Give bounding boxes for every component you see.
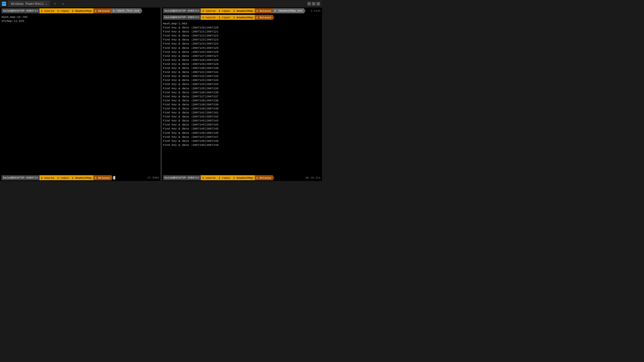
right-second-user: balab@DESKTOP-9SB972J <box>163 15 203 20</box>
add-tab-button[interactable]: ＋ <box>52 2 58 6</box>
tab-close-button[interactable]: ✕ <box>45 3 47 6</box>
right-line-23: Find key & data :2097142|2097142 <box>163 115 321 119</box>
right-bottom-prompt: balab@DESKTOP-9SB972J ❯ source ❯ repos ❯… <box>162 174 322 181</box>
right-terminal-output: Hash_map:1.063 Find key & data :2097120|… <box>162 21 322 148</box>
right-line-12: Find key & data :2097131|2097131 <box>163 70 321 74</box>
right-line-10: Find key & data :2097129|2097129 <box>163 62 321 66</box>
right-line-17: Find key & data :2097136|2097136 <box>163 90 321 95</box>
left-top-user: balab@DESKTOP-9SB972J <box>2 8 41 13</box>
left-timer: 27.599s <box>147 176 159 179</box>
right-line-9: Find key & data :2097128|2097128 <box>163 58 321 62</box>
right-line-26: Find key & data :2097145|2097145 <box>163 127 321 131</box>
right-line-30: Find key & data :2097149|2097149 <box>163 143 321 147</box>
powershell-window: PS Windows PowerShell ✕ ＋ ▾ ─ □ ✕ balab@… <box>0 0 322 181</box>
right-line-0: Hash_map:1.063 <box>163 22 321 26</box>
right-bottom-seg1: ❯ source <box>201 175 219 180</box>
right-top-command: 6.\NewHashMap.exe <box>273 8 305 13</box>
app-icon: PS <box>2 2 6 6</box>
right-top-seg2: ❯ repos <box>217 8 233 13</box>
dropdown-button[interactable]: ▾ <box>60 2 65 6</box>
right-line-22: Find key & data :2097141|2097141 <box>163 111 321 115</box>
left-bottom-prompt: balab@DESKTOP-9SB972J ❯ source ❯ repos ❯… <box>0 174 161 181</box>
left-output: Hash_map:15.765 STLMap:11.625 <box>0 14 161 174</box>
right-line-25: Find key & data :2097144|2097144 <box>163 123 321 127</box>
right-line-16: Find key & data :2097135|2097135 <box>163 86 321 90</box>
right-top-seg1: ❯ source <box>201 8 219 13</box>
left-bottom-seg1: ❯ source <box>39 175 57 180</box>
title-bar: PS Windows PowerShell ✕ ＋ ▾ ─ □ ✕ <box>0 0 322 8</box>
close-button[interactable]: ✕ <box>316 2 320 6</box>
right-line-28: Find key & data :2097147|2097147 <box>163 135 321 139</box>
right-line-11: Find key & data :2097130|2097130 <box>163 66 321 70</box>
terminal-panes: balab@DESKTOP-9SB972J ❯ source ❯ repos ❯… <box>0 8 322 181</box>
tab-label: Windows PowerShell <box>11 2 44 6</box>
right-bottom-user: balab@DESKTOP-9SB972J <box>163 175 203 180</box>
left-top-prompt: balab@DESKTOP-9SB972J ❯ source ❯ repos ❯… <box>0 8 161 14</box>
minimize-button[interactable]: ─ <box>307 2 311 6</box>
right-top-timer: 1.113s <box>310 9 320 12</box>
right-line-20: Find key & data :2097139|2097139 <box>163 103 321 107</box>
right-pane: balab@DESKTOP-9SB972J ❯ source ❯ repos ❯… <box>162 8 322 181</box>
right-line-4: Find key & data :2097123|2097123 <box>163 38 321 42</box>
right-second-seg4: ❯ Release <box>255 15 274 20</box>
right-line-2: Find key & data :2097121|2097121 <box>163 30 321 34</box>
right-line-15: Find key & data :2097134|2097134 <box>163 82 321 86</box>
left-pane: balab@DESKTOP-9SB972J ❯ source ❯ repos ❯… <box>0 8 161 181</box>
right-line-7: Find key & data :2097126|2097126 <box>163 50 321 54</box>
right-second-seg3: ❯ NewHashMap <box>232 15 256 20</box>
left-top-seg3: ❯ NewHashMap <box>70 8 95 13</box>
right-line-18: Find key & data :2097137|2097137 <box>163 95 321 99</box>
left-top-command: 6.\Hash_Test.exe <box>111 8 142 13</box>
maximize-button[interactable]: □ <box>312 2 315 6</box>
right-bottom-timer: 6m 16.11s <box>306 176 320 179</box>
right-second-prompt: balab@DESKTOP-9SB972J ❯ source ❯ repos ❯… <box>162 14 322 21</box>
right-line-14: Find key & data :2097133|2097133 <box>163 78 321 82</box>
right-line-13: Find key & data :2097132|2097132 <box>163 74 321 78</box>
right-line-1: Find key & data :2097120|2097120 <box>163 26 321 30</box>
left-top-seg1: ❯ source <box>39 8 57 13</box>
right-top-seg3: ❯ NewHashMap <box>232 8 256 13</box>
left-top-seg4: ❯ Release <box>93 8 113 13</box>
right-line-29: Find key & data :2097148|2097148 <box>163 139 321 143</box>
right-line-8: Find key & data :2097127|2097127 <box>163 54 321 58</box>
left-bottom-seg4: ❯ Release <box>93 175 113 180</box>
output-line-2: STLMap:11.625 <box>2 19 159 23</box>
right-second-seg2: ❯ repos <box>217 15 233 20</box>
right-line-3: Find key & data :2097122|2097122 <box>163 34 321 38</box>
right-bottom-seg4: ❯ Release <box>255 175 274 180</box>
output-line-1: Hash_map:15.765 <box>2 15 159 19</box>
right-line-19: Find key & data :2097138|2097138 <box>163 99 321 103</box>
right-bottom-seg3: ❯ NewHashMap <box>232 175 256 180</box>
right-top-user: balab@DESKTOP-9SB972J <box>163 8 203 13</box>
right-top-seg4: ❯ Release <box>255 8 274 13</box>
left-bottom-seg2: ❯ repos <box>56 175 72 180</box>
left-cursor <box>113 176 115 179</box>
left-top-seg2: ❯ repos <box>56 8 72 13</box>
right-output[interactable]: Hash_map:1.063 Find key & data :2097120|… <box>162 21 322 174</box>
right-line-6: Find key & data :2097125|2097125 <box>163 46 321 50</box>
right-second-seg1: ❯ source <box>201 15 219 20</box>
window-controls: ─ □ ✕ <box>307 2 320 6</box>
right-line-5: Find key & data :2097124|2097124 <box>163 42 321 46</box>
right-line-27: Find key & data :2097146|2097146 <box>163 131 321 135</box>
right-line-21: Find key & data :2097140|2097140 <box>163 107 321 111</box>
right-line-24: Find key & data :2097143|2097143 <box>163 119 321 123</box>
left-bottom-seg3: ❯ NewHashMap <box>70 175 95 180</box>
right-top-prompt: balab@DESKTOP-9SB972J ❯ source ❯ repos ❯… <box>162 8 322 14</box>
right-bottom-seg2: ❯ repos <box>217 175 233 180</box>
left-bottom-user: balab@DESKTOP-9SB972J <box>2 175 41 180</box>
tab-powershell[interactable]: Windows PowerShell ✕ <box>8 1 50 7</box>
